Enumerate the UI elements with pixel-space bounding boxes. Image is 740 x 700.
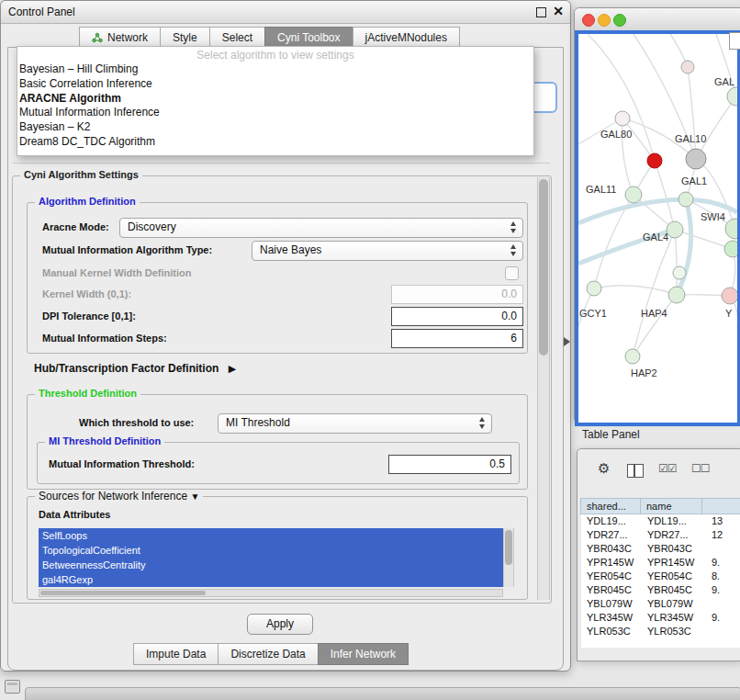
table-header: shared... name	[581, 498, 740, 514]
mi-type-combobox[interactable]: Naive Bayes	[252, 241, 523, 261]
tab-discretize-data[interactable]: Discretize Data	[218, 643, 318, 665]
algorithm-dropdown-popup: Select algorithm to view settings Bayesi…	[17, 46, 534, 156]
scrollbar-thumb[interactable]	[40, 591, 206, 595]
panel-splitter-arrow[interactable]	[564, 337, 570, 346]
mi-threshold-field[interactable]: 0.5	[388, 455, 511, 474]
hub-definition-toggle[interactable]: Hub/Transcription Factor Definition ▶	[34, 359, 236, 374]
network-node[interactable]	[667, 221, 683, 238]
table-row[interactable]: YLR053CYLR053C	[581, 625, 740, 638]
tab-impute-data[interactable]: Impute Data	[133, 643, 219, 665]
control-panel-window: Control Panel ✕ Network Style Select Cyn…	[0, 0, 571, 672]
network-canvas[interactable]: GALGAL80GAL10GAL1GAL11SWI4GAL4GCY1HAP4YH…	[575, 30, 740, 426]
table-panel-title: Table Panel	[582, 428, 640, 441]
mi-threshold-group: MI Threshold Definition Mutual Informati…	[37, 442, 520, 484]
table-row[interactable]: YER054CYER054C8.	[581, 570, 740, 583]
attribute-list-hscrollbar[interactable]	[39, 589, 503, 597]
hub-definition-label: Hub/Transcription Factor Definition	[34, 362, 219, 375]
network-window-titlebar[interactable]	[575, 8, 740, 31]
checked-pair-icon[interactable]: ☑☑	[658, 462, 677, 475]
network-node[interactable]	[625, 349, 640, 364]
scrollbar-thumb[interactable]	[539, 179, 548, 356]
dropdown-item[interactable]: Basic Correlation Inference	[17, 77, 533, 92]
network-node[interactable]	[727, 87, 737, 106]
collapse-arrow-icon: ▼	[190, 491, 199, 502]
network-edge[interactable]	[677, 199, 691, 295]
control-panel-titlebar[interactable]: Control Panel ✕	[1, 1, 570, 24]
dropdown-item[interactable]: Mutual Information Inference	[17, 106, 533, 120]
group-title: MI Threshold Definition	[45, 435, 164, 446]
network-edge[interactable]	[588, 34, 655, 161]
table-row[interactable]: YPR145WYPR145W9.	[581, 556, 740, 570]
partial-toolbar-box[interactable]	[729, 32, 740, 50]
network-node[interactable]	[678, 192, 693, 207]
unchecked-pair-icon[interactable]: ☐☐	[691, 462, 710, 475]
network-node[interactable]	[673, 266, 686, 279]
minimize-traffic-light-icon[interactable]	[598, 14, 611, 27]
column-header[interactable]	[701, 498, 740, 514]
network-node[interactable]	[681, 61, 694, 73]
network-edge[interactable]	[622, 119, 655, 161]
kernel-width-label: Kernel Width (0,1):	[42, 285, 131, 303]
sources-toggle[interactable]: Sources for Network Inference ▼	[35, 490, 203, 502]
network-node-label: Y	[725, 308, 733, 319]
list-item[interactable]: BetweennessCentrality	[39, 558, 503, 572]
table-row[interactable]: YBR045CYBR045C9.	[581, 583, 740, 597]
manual-kernel-checkbox[interactable]	[505, 266, 519, 280]
network-edge[interactable]	[675, 230, 677, 295]
network-edge[interactable]	[675, 230, 733, 249]
dropdown-item-selected[interactable]: ARACNE Algorithm	[17, 92, 533, 107]
combobox-value: Discovery	[128, 219, 176, 236]
apply-button[interactable]: Apply	[247, 614, 313, 635]
network-svg[interactable]: GALGAL80GAL10GAL1GAL11SWI4GAL4GCY1HAP4YH…	[578, 34, 737, 415]
mi-steps-field[interactable]: 6	[391, 329, 523, 348]
gear-icon[interactable]: ⚙	[598, 460, 610, 477]
which-threshold-combobox[interactable]: MI Threshold	[218, 413, 492, 434]
settings-scrollbar[interactable]	[537, 177, 550, 600]
network-node[interactable]	[587, 281, 601, 296]
network-node[interactable]	[722, 288, 737, 304]
network-node[interactable]	[724, 241, 737, 257]
scrollbar-thumb[interactable]	[505, 530, 512, 565]
table-row[interactable]: YDR27...YDR27...12	[581, 528, 740, 542]
tab-infer-network[interactable]: Infer Network	[318, 643, 409, 665]
list-item[interactable]: SelfLoops	[39, 528, 503, 543]
table-cell: YBR043C	[642, 542, 704, 556]
table-row[interactable]: YBL079WYBL079W	[581, 597, 740, 611]
list-item[interactable]: TopologicalCoefficient	[39, 543, 503, 558]
network-node[interactable]	[615, 111, 630, 126]
network-node[interactable]	[647, 153, 662, 168]
table-row[interactable]: YBR043CYBR043C	[581, 542, 740, 556]
network-edge[interactable]	[633, 295, 677, 356]
network-node[interactable]	[686, 149, 706, 169]
dropdown-item[interactable]: Bayesian – Hill Climbing	[17, 62, 533, 77]
column-header[interactable]: shared...	[580, 498, 641, 514]
float-window-icon[interactable]	[536, 7, 546, 17]
table-row[interactable]: YDL19...YDL19...13	[581, 514, 740, 528]
aracne-mode-combobox[interactable]: Discovery	[119, 218, 523, 238]
close-icon[interactable]: ✕	[553, 4, 564, 18]
minimized-panel-icon[interactable]	[5, 680, 20, 694]
table-row[interactable]: YLR345WYLR345W9.	[581, 611, 740, 625]
dpi-tolerance-field[interactable]: 0.0	[391, 307, 523, 326]
column-header[interactable]: name	[640, 498, 702, 514]
network-node[interactable]	[668, 287, 685, 303]
columns-icon[interactable]	[627, 464, 644, 478]
collapsed-bottom-panel[interactable]	[25, 687, 740, 700]
bottom-tab-bar: Impute Data Discretize Data Infer Networ…	[134, 643, 409, 663]
dropdown-item[interactable]: Dream8 DC_TDC Algorithm	[17, 135, 533, 150]
network-edge[interactable]	[688, 67, 696, 159]
dropdown-item[interactable]: Bayesian – K2	[17, 120, 533, 135]
network-node[interactable]	[625, 186, 642, 203]
network-node[interactable]	[725, 219, 737, 239]
close-traffic-light-icon[interactable]	[582, 14, 595, 27]
tab-label: Infer Network	[331, 644, 396, 664]
attribute-list-scrollbar[interactable]	[503, 528, 514, 587]
network-edge[interactable]	[655, 161, 675, 230]
list-item[interactable]: gal4RGexp	[39, 572, 503, 587]
zoom-traffic-light-icon[interactable]	[613, 14, 626, 27]
kernel-width-field[interactable]: 0.0	[391, 285, 523, 304]
network-edge[interactable]	[594, 286, 677, 295]
table-cell: 9.	[704, 556, 740, 570]
network-edge[interactable]	[696, 96, 736, 159]
window-title: Control Panel	[8, 1, 75, 23]
